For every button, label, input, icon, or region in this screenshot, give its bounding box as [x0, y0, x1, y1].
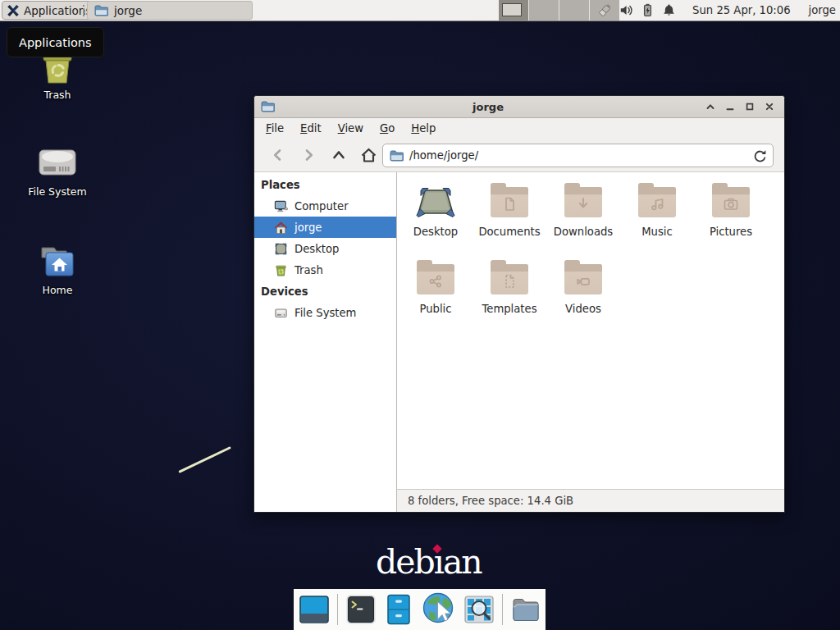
sidebar-item-label: File System [294, 307, 356, 319]
sidebar-item-label: Trash [294, 264, 323, 276]
file-item-label: Pictures [710, 226, 752, 238]
show-desktop-icon[interactable] [298, 593, 331, 626]
back-button[interactable] [262, 143, 293, 167]
app-finder-icon[interactable] [463, 593, 495, 626]
folder-icon [390, 150, 404, 162]
file-item-label: Desktop [413, 226, 458, 238]
panel-handle[interactable] [83, 5, 84, 16]
dock-separator [337, 594, 338, 625]
user-home-icon [274, 221, 288, 235]
desktop-special-icon [414, 179, 457, 225]
file-item-templates[interactable]: Templates [472, 256, 546, 333]
dock-panel [294, 589, 546, 630]
sidebar-header-devices: Devices [254, 281, 396, 302]
file-item-label: Templates [482, 303, 536, 315]
applications-menu-label: Applications [24, 4, 91, 17]
file-item-documents[interactable]: Documents [472, 179, 546, 256]
file-item-public[interactable]: Public [399, 256, 472, 333]
sidebar: Places Computer jorge [254, 172, 397, 512]
window-icon [261, 101, 275, 112]
directory-menu-icon[interactable] [509, 593, 542, 626]
battery-icon[interactable] [641, 3, 655, 17]
menu-view[interactable]: View [330, 120, 372, 137]
workspace-window-thumb [502, 3, 522, 16]
file-item-downloads[interactable]: Downloads [546, 179, 620, 256]
wordmark-i: ı [434, 542, 443, 582]
navigation-buttons [262, 143, 384, 167]
minimize-button[interactable] [721, 98, 738, 116]
xfce-logo-icon [7, 4, 20, 17]
wordmark-post: an [443, 542, 482, 582]
sidebar-item-file-system[interactable]: File System [254, 302, 396, 323]
menu-file[interactable]: File [258, 120, 292, 137]
system-tray: Sun 25 Apr, 10:06 jorge [598, 0, 836, 21]
panel-username[interactable]: jorge [809, 4, 836, 16]
removable-media-icon[interactable] [598, 3, 612, 17]
applications-menu-button[interactable]: Applications [2, 1, 99, 20]
workspace-1[interactable] [499, 0, 528, 21]
music-folder-icon [638, 179, 676, 225]
sidebar-item-desktop[interactable]: Desktop [254, 238, 396, 259]
file-grid: Desktop Documents Downloads [397, 172, 784, 489]
applications-tooltip: Applications [7, 27, 104, 57]
top-panel: Applications jorge [0, 0, 840, 21]
file-item-label: Downloads [554, 226, 613, 238]
folder-icon [94, 5, 108, 16]
workspace-2[interactable] [529, 0, 559, 21]
debian-wordmark: debıan [376, 542, 482, 582]
file-item-label: Public [419, 303, 451, 315]
desktop-icon-label: Home [11, 284, 103, 296]
trash-icon [274, 263, 288, 277]
desktop-icon-home[interactable]: Home [11, 243, 103, 296]
volume-icon[interactable] [619, 3, 633, 17]
panel-clock[interactable]: Sun 25 Apr, 10:06 [692, 4, 790, 16]
up-button[interactable] [323, 143, 354, 167]
file-item-label: Documents [478, 226, 540, 238]
file-item-pictures[interactable]: Pictures [694, 179, 768, 256]
sidebar-item-label: Computer [294, 200, 349, 212]
pictures-folder-icon [712, 179, 750, 225]
file-item-videos[interactable]: Videos [546, 256, 620, 333]
taskbar-window-button[interactable]: jorge [87, 1, 253, 20]
file-item-desktop[interactable]: Desktop [399, 179, 472, 256]
file-manager-icon[interactable] [382, 593, 415, 626]
web-browser-icon[interactable] [420, 591, 458, 628]
drive-icon [11, 144, 103, 182]
workspace-3[interactable] [559, 0, 589, 21]
titlebar[interactable]: jorge [254, 96, 784, 118]
notifications-bell-icon[interactable] [662, 3, 676, 17]
shade-button[interactable] [701, 98, 719, 116]
statusbar: 8 folders, Free space: 14.4 GiB [397, 489, 784, 512]
menubar: File Edit View Go Help [254, 118, 784, 139]
file-item-music[interactable]: Music [620, 179, 694, 256]
sidebar-item-label: jorge [294, 221, 322, 234]
sidebar-item-trash[interactable]: Trash [254, 259, 396, 281]
toolbar: /home/jorge/ [254, 139, 784, 172]
file-manager-window: jorge File Edit View Go Help [253, 95, 785, 513]
path-bar[interactable]: /home/jorge/ [382, 144, 774, 167]
desktop-icon-label: Trash [11, 89, 103, 101]
home-folder-icon [11, 243, 103, 281]
forward-button[interactable] [293, 143, 323, 167]
menu-help[interactable]: Help [403, 120, 444, 137]
file-item-label: Videos [565, 303, 601, 315]
desktop-icon-label: File System [11, 185, 103, 198]
public-folder-icon [417, 256, 454, 302]
desktop-icon-file-system[interactable]: File System [11, 144, 103, 198]
templates-folder-icon [491, 256, 528, 302]
sidebar-item-jorge[interactable]: jorge [254, 217, 396, 238]
maximize-button[interactable] [741, 98, 758, 116]
menu-edit[interactable]: Edit [292, 120, 330, 137]
reload-button[interactable] [748, 145, 771, 166]
terminal-icon[interactable] [345, 593, 377, 626]
window-body: Places Computer jorge [254, 172, 784, 512]
desktop-stray-line [178, 446, 231, 473]
close-button[interactable] [760, 98, 778, 116]
menu-go[interactable]: Go [372, 120, 403, 137]
tooltip-text: Applications [19, 36, 92, 49]
videos-folder-icon [564, 256, 602, 302]
sidebar-item-computer[interactable]: Computer [254, 195, 396, 217]
home-button[interactable] [354, 143, 384, 167]
window-title: jorge [275, 101, 701, 113]
path-input[interactable]: /home/jorge/ [409, 149, 742, 162]
